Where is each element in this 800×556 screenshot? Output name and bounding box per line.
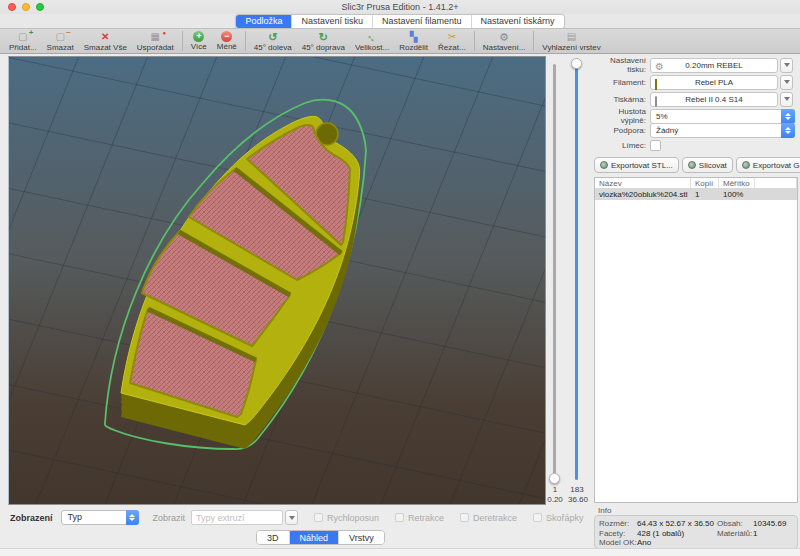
split-button[interactable]: ▚ Rozdělit	[394, 29, 433, 53]
settings-panel: Nastavení tisku: ⚙ 0.20mm REBEL Filament…	[592, 56, 800, 550]
cut-button[interactable]: ✂ Řezat...	[433, 29, 471, 53]
objects-table: Název Kopií Měřítko vlozka%20obluk%204.s…	[594, 177, 798, 503]
preview-3d-scene	[9, 57, 545, 504]
toolbar-separator	[182, 31, 183, 51]
unretractions-checkbox[interactable]	[460, 513, 469, 522]
extrusion-types-dropdown-button[interactable]	[285, 510, 298, 525]
view-mode-select[interactable]: Typ	[61, 510, 139, 525]
table-row[interactable]: vlozka%20obluk%204.stl 1 100%	[595, 189, 797, 200]
tab-plater[interactable]: Podložka	[236, 15, 292, 28]
infill-value: 5%	[656, 112, 668, 121]
object-settings-button[interactable]: ⚙ Nastavení...	[478, 29, 531, 53]
tab-printer-settings[interactable]: Nastavení tiskárny	[472, 15, 564, 28]
view-layers-button[interactable]: Vrstvy	[339, 531, 384, 544]
window-footer	[0, 548, 800, 556]
facets-label: Facety:	[599, 529, 637, 539]
fewer-copies-button[interactable]: − Méně	[212, 29, 242, 53]
filament-dropdown-button[interactable]	[780, 75, 793, 90]
filament-combo[interactable]: Rebel PLA	[650, 75, 778, 90]
scale-button[interactable]: ↔ Velikost...	[350, 29, 394, 53]
window-title: Slic3r Prusa Edition - 1.41.2+	[0, 2, 800, 12]
slice-icon	[688, 161, 696, 169]
shells-toggle[interactable]: Skořápky	[533, 513, 584, 523]
support-stepper[interactable]	[781, 123, 795, 138]
export-gcode-button[interactable]: Exportovat G-kód...	[736, 157, 800, 173]
support-value: Žádný	[656, 126, 678, 135]
layer-bottom-height: 0.20	[544, 495, 566, 504]
arrange-icon: ▦●	[151, 31, 160, 43]
chevron-up-icon	[129, 514, 135, 517]
delete-all-button[interactable]: ✕ Smazat Vše	[79, 29, 132, 53]
tab-filament-settings[interactable]: Nastavení filamentu	[373, 15, 472, 28]
layer-bottom-number: 1	[548, 485, 562, 494]
objects-table-header: Název Kopií Měřítko	[595, 178, 797, 189]
support-row: Podpora: Žádný	[592, 122, 798, 138]
layer-smoothing-icon: ▤	[567, 31, 576, 43]
export-buttons-row: Exportovat STL... Slicovat Exportovat G-…	[594, 157, 800, 173]
chevron-down-icon	[784, 80, 790, 84]
print-settings-label: Nastavení tisku:	[592, 56, 650, 74]
unretractions-toggle[interactable]: Deretrakce	[460, 513, 517, 523]
layer-slider-top-handle[interactable]	[571, 58, 582, 69]
preview-3d-canvas[interactable]	[8, 56, 546, 505]
chevron-down-icon	[129, 518, 135, 521]
export-stl-icon	[600, 161, 608, 169]
delete-button[interactable]: ▢− Smazat	[42, 29, 79, 53]
titlebar: Slic3r Prusa Edition - 1.41.2+	[0, 0, 800, 14]
slice-button[interactable]: Slicovat	[682, 157, 733, 173]
export-stl-button[interactable]: Exportovat STL...	[594, 157, 679, 173]
view-mode-stepper[interactable]	[126, 510, 139, 525]
col-name[interactable]: Název	[595, 178, 691, 188]
arrange-button[interactable]: ▦● Uspořádat	[132, 29, 179, 53]
retractions-toggle[interactable]: Retrakce	[395, 513, 444, 523]
brim-row: Límec:	[592, 137, 798, 153]
print-settings-dropdown-button[interactable]	[780, 58, 793, 73]
col-copies[interactable]: Kopií	[691, 178, 719, 188]
view-mode-value: Typ	[68, 512, 83, 522]
volume-value: 10345.69	[753, 519, 793, 529]
rotate-left-icon: ↺	[268, 31, 277, 43]
view-preview-button[interactable]: Náhled	[290, 531, 340, 544]
toolbar: ▢+ Přidat... ▢− Smazat ✕ Smazat Vše ▦● U…	[0, 28, 800, 54]
chevron-up-icon	[785, 127, 791, 130]
model-ok-value: Ano	[637, 538, 651, 548]
tab-print-settings[interactable]: Nastavení tisku	[292, 15, 373, 28]
scale-icon: ↔	[367, 31, 378, 43]
extrusion-types-input[interactable]	[191, 510, 283, 525]
rotate-left-button[interactable]: ↺ 45° doleva	[249, 29, 297, 53]
layer-slider-bottom-track[interactable]	[553, 64, 556, 480]
volume-label: Obsah:	[717, 519, 753, 529]
layer-smoothing-button[interactable]: ▤ Vyhlazení vrstev	[537, 29, 605, 53]
view-3d-button[interactable]: 3D	[257, 531, 290, 544]
travel-toggle[interactable]: Rychloposun	[314, 513, 379, 523]
export-gcode-icon	[742, 161, 750, 169]
show-label: Zobrazit	[153, 513, 186, 523]
split-icon: ▚	[410, 31, 418, 43]
brim-checkbox[interactable]	[650, 140, 661, 151]
printer-dropdown-button[interactable]	[780, 92, 793, 107]
cut-icon: ✂	[448, 31, 456, 43]
add-button[interactable]: ▢+ Přidat...	[4, 29, 42, 53]
printer-label: Tiskárna:	[592, 95, 650, 104]
layer-slider-bottom-handle[interactable]	[549, 473, 560, 484]
layer-slider-zone: 1 183 0.20 36.60 1 Vrstva	[546, 56, 592, 556]
toolbar-separator	[533, 31, 534, 51]
filament-label: Filament:	[592, 78, 650, 87]
tab-group: Podložka Nastavení tisku Nastavení filam…	[235, 14, 564, 29]
layer-top-height: 36.60	[564, 495, 592, 504]
preview-options-bar: Zobrazení Typ Zobrazit Rychloposun Retra…	[0, 505, 592, 530]
size-value: 64.43 x 52.67 x 36.50	[637, 519, 717, 529]
support-select[interactable]: Žádný	[650, 123, 795, 138]
more-copies-button[interactable]: + Více	[186, 29, 212, 53]
layer-slider-top-track[interactable]	[575, 64, 578, 480]
view-mode-label: Zobrazení	[10, 513, 53, 523]
travel-checkbox[interactable]	[314, 513, 323, 522]
print-settings-combo[interactable]: ⚙ 0.20mm REBEL	[650, 58, 778, 73]
rotate-right-button[interactable]: ↻ 45° doprava	[297, 29, 350, 53]
shells-checkbox[interactable]	[533, 513, 542, 522]
col-scale[interactable]: Měřítko	[719, 178, 755, 188]
retractions-checkbox[interactable]	[395, 513, 404, 522]
col-filler	[755, 178, 797, 188]
chevron-down-icon	[785, 131, 791, 134]
printer-combo[interactable]: Rebel II 0.4 S14	[650, 92, 778, 107]
